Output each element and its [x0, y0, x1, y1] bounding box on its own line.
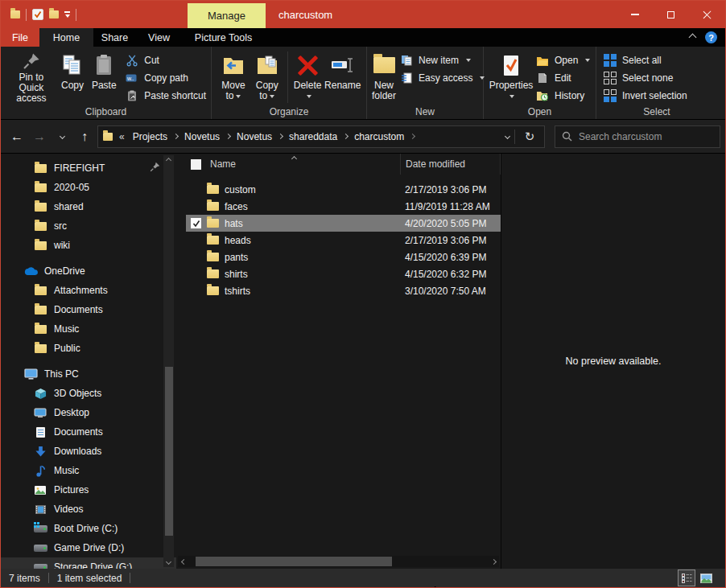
copy-to-button[interactable]: Copyto	[250, 50, 284, 103]
sidebar-item-wiki[interactable]: wiki	[1, 236, 176, 255]
scroll-up-icon[interactable]	[166, 158, 171, 163]
file-row-tshirts[interactable]: tshirts 3/10/2020 7:50 AM	[186, 282, 501, 299]
sidebar-item-3d-objects[interactable]: 3D Objects	[1, 384, 176, 403]
sidebar-item-public[interactable]: Public	[1, 339, 176, 358]
folder-icon	[103, 133, 113, 141]
scroll-left-icon[interactable]	[178, 560, 189, 564]
sidebar-item-music-onedrive[interactable]: Music	[1, 319, 176, 339]
customize-qat-dropdown-icon[interactable]	[64, 11, 70, 18]
file-row-shirts[interactable]: shirts 4/15/2020 6:32 PM	[186, 265, 501, 282]
forward-button[interactable]: →	[30, 126, 49, 147]
sidebar-scrollbar[interactable]	[163, 155, 174, 567]
sidebar-item-src[interactable]: src	[1, 216, 176, 236]
horizontal-scrollbar[interactable]	[178, 556, 499, 567]
pin-to-quick-access-button[interactable]: Pin to Quickaccess	[6, 50, 57, 103]
recent-locations-dropdown-icon[interactable]	[52, 126, 72, 147]
sidebar-item-attachments[interactable]: Attachments	[1, 281, 176, 300]
breadcrumb-novetus-2[interactable]: Novetus	[235, 131, 274, 142]
sidebar-item-2020-05[interactable]: 2020-05	[1, 178, 176, 197]
sidebar-item-pictures[interactable]: Pictures	[1, 480, 176, 500]
breadcrumb-charcustom[interactable]: charcustom	[353, 131, 406, 142]
select-all-checkbox[interactable]	[191, 159, 201, 170]
scrollbar-thumb[interactable]	[196, 557, 392, 566]
select-all-icon	[603, 54, 617, 67]
new-folder-button[interactable]: Newfolder	[372, 50, 396, 103]
new-item-button[interactable]: New item	[399, 51, 485, 69]
sidebar-item-documents-onedrive[interactable]: Documents	[1, 300, 176, 319]
scroll-right-icon[interactable]	[488, 560, 499, 564]
chevron-right-icon[interactable]	[173, 134, 179, 139]
thumbnails-view-button[interactable]	[698, 570, 714, 586]
refresh-icon[interactable]: ↻	[520, 130, 539, 144]
scrollbar-track[interactable]	[189, 556, 488, 567]
back-button[interactable]: ←	[7, 126, 27, 147]
breadcrumb-overflow[interactable]: «	[118, 131, 126, 142]
sidebar-item-onedrive[interactable]: OneDrive	[1, 261, 176, 281]
rename-button[interactable]: Rename	[324, 50, 361, 103]
select-all-button[interactable]: Select all	[603, 51, 687, 69]
up-button[interactable]: ↑	[75, 126, 94, 147]
sidebar-item-desktop[interactable]: Desktop	[1, 403, 176, 422]
sidebar-item-firefight[interactable]: FIREFIGHT	[1, 158, 176, 178]
row-checkbox-checked[interactable]	[191, 218, 201, 228]
sidebar-item-shared[interactable]: shared	[1, 197, 176, 216]
chevron-right-icon[interactable]	[278, 134, 283, 139]
tab-file[interactable]: File	[1, 28, 39, 47]
folder-icon[interactable]	[49, 10, 59, 19]
edit-button[interactable]: Edit	[535, 69, 590, 87]
tab-share[interactable]: Share	[93, 28, 136, 47]
chevron-right-icon[interactable]	[225, 134, 231, 139]
copy-button[interactable]: Copy	[57, 50, 88, 103]
folder-icon[interactable]	[10, 10, 20, 19]
sidebar-item-boot-drive-c[interactable]: Boot Drive (C:)	[1, 519, 176, 538]
sidebar-item-documents[interactable]: Documents	[1, 422, 176, 442]
easy-access-button[interactable]: Easy access	[399, 69, 485, 87]
cut-button[interactable]: Cut	[125, 51, 206, 69]
breadcrumb-shareddata[interactable]: shareddata	[287, 131, 339, 142]
file-row-pants[interactable]: pants 4/15/2020 6:39 PM	[186, 249, 501, 265]
help-icon[interactable]: ?	[705, 31, 717, 43]
breadcrumb-projects[interactable]: Projects	[131, 131, 169, 142]
file-row-hats-selected[interactable]: hats 4/20/2020 5:05 PM	[186, 215, 501, 232]
sidebar-item-this-pc[interactable]: This PC	[1, 364, 176, 384]
open-button[interactable]: Open	[535, 51, 590, 69]
sidebar-item-music[interactable]: Music	[1, 461, 176, 480]
tab-view[interactable]: View	[136, 28, 182, 47]
invert-selection-button[interactable]: Invert selection	[603, 87, 687, 105]
file-row-custom[interactable]: custom 2/17/2019 3:06 PM	[186, 181, 501, 198]
collapse-ribbon-icon[interactable]	[689, 34, 697, 42]
minimize-button[interactable]	[617, 1, 653, 28]
history-button[interactable]: History	[535, 87, 590, 105]
sidebar-item-downloads[interactable]: Downloads	[1, 442, 176, 461]
chevron-right-icon[interactable]	[343, 134, 349, 139]
copy-path-button[interactable]: w.. Copy path	[125, 69, 206, 87]
paste-shortcut-button[interactable]: Paste shortcut	[125, 87, 206, 105]
sidebar-item-storage-drive-g[interactable]: Storage Drive (G:)	[1, 557, 176, 569]
paste-button[interactable]: Paste	[88, 50, 120, 103]
delete-button[interactable]: Delete	[291, 50, 324, 103]
sidebar-item-videos[interactable]: Videos	[1, 500, 176, 519]
tab-home[interactable]: Home	[39, 28, 93, 47]
breadcrumb-novetus[interactable]: Novetus	[183, 131, 221, 142]
address-bar[interactable]: « Projects Novetus Novetus shareddata ch…	[97, 125, 545, 148]
column-header-date-modified[interactable]: Date modified	[400, 154, 501, 175]
address-dropdown-icon[interactable]	[505, 134, 510, 139]
search-input[interactable]	[579, 131, 713, 142]
scroll-down-icon[interactable]	[166, 559, 171, 565]
details-view-button[interactable]	[679, 570, 695, 586]
sidebar-item-game-drive-d[interactable]: Game Drive (D:)	[1, 538, 176, 557]
maximize-button[interactable]	[653, 1, 689, 28]
close-button[interactable]	[689, 1, 725, 28]
chevron-right-icon[interactable]	[410, 134, 415, 139]
search-box[interactable]	[555, 125, 720, 148]
scrollbar-thumb[interactable]	[165, 367, 173, 536]
file-row-heads[interactable]: heads 2/17/2019 3:06 PM	[186, 232, 501, 249]
column-header-name[interactable]: Name	[207, 158, 400, 170]
properties-check-icon[interactable]	[32, 9, 43, 20]
move-to-button[interactable]: Moveto	[217, 50, 250, 103]
manage-contextual-tab[interactable]: Manage	[188, 3, 266, 28]
select-none-button[interactable]: Select none	[603, 69, 687, 87]
properties-button[interactable]: Properties	[489, 50, 534, 103]
tab-picture-tools[interactable]: Picture Tools	[182, 28, 265, 47]
file-row-faces[interactable]: faces 11/9/2019 11:28 AM	[186, 198, 501, 215]
